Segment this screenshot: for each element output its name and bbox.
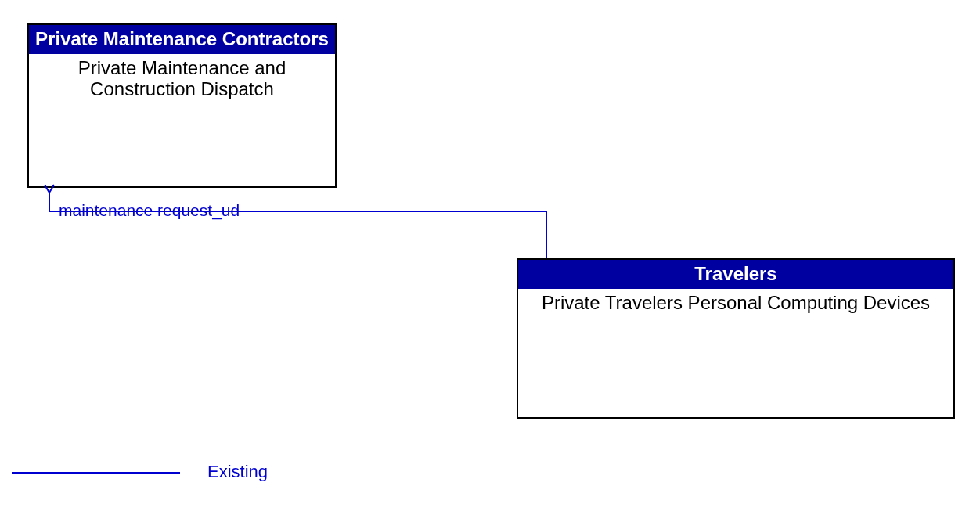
- legend-label-existing: Existing: [207, 462, 268, 482]
- entity-box-private-maintenance: Private Maintenance Contractors Private …: [27, 23, 337, 188]
- entity-header-private-maintenance: Private Maintenance Contractors: [29, 25, 335, 54]
- entity-body-private-maintenance: Private Maintenance and Construction Dis…: [29, 54, 335, 103]
- entity-header-travelers: Travelers: [518, 260, 953, 289]
- legend-line-existing: [12, 472, 180, 474]
- flow-label: maintenance request_ud: [59, 201, 240, 220]
- entity-body-travelers: Private Travelers Personal Computing Dev…: [518, 289, 953, 317]
- entity-box-travelers: Travelers Private Travelers Personal Com…: [517, 258, 955, 419]
